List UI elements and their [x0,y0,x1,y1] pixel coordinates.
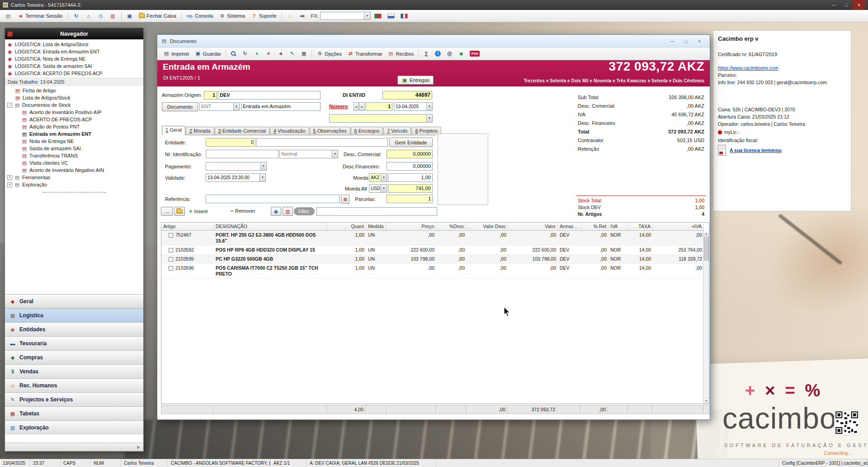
armazem-origem-name-input[interactable]: DEV [218,91,321,100]
more-sections-button[interactable]: » [5,443,143,451]
sidebar-section-vendas[interactable]: $Vendas [5,364,143,378]
consola-button[interactable]: SQLConsola [184,12,215,20]
tab-6[interactable]: 6 Encargos [351,127,383,135]
tree-item[interactable]: ▤Entrada em Armazém ENT [5,130,143,138]
column-header[interactable]: DESIGNAÇÃO [214,223,327,230]
tab-5[interactable]: 5 Observações [310,127,350,135]
monitor-button[interactable]: ▣ [124,12,135,20]
di-ent-id-field[interactable]: 44697 [382,91,432,100]
app-close-button[interactable]: × [853,0,865,10]
column-header[interactable]: % Ret [581,223,609,230]
novo-button[interactable]: + [251,49,262,58]
tipo-documento-select[interactable]: ENT▼ [199,102,240,111]
tree-item[interactable]: +▤Exploração [5,181,143,188]
sidebar-section-rec-humanos[interactable]: ☺Rec. Humanos [5,378,143,392]
scroll-up-icon[interactable]: ▲ [703,231,709,237]
spell-button[interactable]: AB [297,12,308,20]
artigo-image-box[interactable] [438,133,488,205]
tab-3[interactable]: 3 Entidade Comercial [215,127,269,135]
entidade-code-input[interactable]: 0 [206,138,255,147]
filtro-input[interactable] [316,207,437,216]
tree-item[interactable]: ▤Acerto de inventário Negativo AIN [5,167,143,174]
more-button[interactable]: ... [161,207,173,216]
entidade-lookup-button[interactable]: ◉ [271,207,281,216]
table-row[interactable]: 752497PORT. HP 255 G2 E2-3800 4GB HDD500… [161,231,704,246]
tab-7[interactable]: 7 Veículo [383,127,411,135]
sidebar-section-entidades[interactable]: ◉Entidades [5,322,143,336]
app-minimize-button[interactable]: ─ [827,0,840,10]
flag-blue-button[interactable] [385,12,397,20]
licenca-link[interactable]: A sua licença terminou [730,148,847,153]
tree-item[interactable]: +▤Ferramentas [5,174,143,181]
guardar-button[interactable]: ▣Guardar [193,49,223,58]
doc-close-button[interactable]: × [693,35,706,47]
home-button[interactable]: ⌂ [83,12,94,20]
sidebar-section-projectos-e-servi-os[interactable]: ✎Projectos e Serviços [5,392,143,406]
table-row[interactable]: 2103595PC HP G3220 500GB 4GB1,00UN103 79… [161,255,704,264]
imprimir-button[interactable]: ▤Imprimir [161,49,192,58]
tree-item[interactable]: −▤Documentos de Stock [5,101,143,109]
row-checkbox[interactable] [169,266,173,271]
app-maximize-button[interactable]: □ [840,0,853,10]
flag-portugal-button[interactable] [372,12,384,20]
column-header[interactable]: Preço [387,223,436,230]
flag-france-button[interactable] [398,12,410,20]
tree-item[interactable]: ▤Ficha de Artigo [5,87,143,94]
reverter-button[interactable]: ↖ [287,49,297,58]
data-documento-select[interactable]: 13-04-2025▼ [394,102,433,111]
terminar-sessao-button[interactable]: ◄Terminar Sessão [15,12,65,20]
doc-minimize-button[interactable]: ─ [665,35,679,47]
opcoes-button[interactable]: ⚙Opções [314,49,344,58]
pos-button[interactable]: POS [467,49,482,58]
refresh-button[interactable]: ↻ [71,12,82,20]
tipo-documento-nome-input[interactable]: Entrada em Armazém [241,102,321,111]
website-link[interactable]: https://www.cacimboerp.com [718,65,847,71]
table-row[interactable]: 2103592POS HP RP8 4GB HDD320 COM DISPLAY… [161,246,704,255]
documento-button[interactable]: Documento [162,102,198,111]
sidebar-section-logistica[interactable]: ▦Logistica [5,308,143,322]
splitter-handle[interactable] [42,191,106,193]
table-row[interactable]: 2103596POS CARISMA IT7000 C2 T5250 2GB 1… [161,264,704,279]
column-header[interactable]: Artigo [161,223,214,230]
row-checkbox[interactable] [169,233,173,238]
app-titlebar[interactable]: ▤ Carlos Teixeira - 5417167444-2: ─ □ × [0,0,868,10]
importar-button[interactable]: ◄ [275,49,286,58]
sidebar-section-geral[interactable]: ◆Geral [5,294,143,308]
inserir-button[interactable]: +Inserir [189,208,208,214]
moeda-taxa-input[interactable]: 1,00 [388,173,433,182]
referencia-input[interactable] [206,195,340,203]
column-header[interactable]: Medida [366,223,387,230]
navigator-shortcut[interactable]: ◉LOGISTICA: ACERTO DE PREÇOS ACP [5,70,143,77]
navigator-shortcut[interactable]: ◉LOGISTICA: Lista de Artigos/Stock [5,41,143,48]
tab-8[interactable]: 8 Projetos [411,127,441,135]
tree-item[interactable]: ▤Nota de Entrega NE [5,138,143,145]
info-button[interactable]: i [433,49,443,58]
scrollbar-thumb[interactable] [704,237,709,261]
parcelas-input[interactable]: 1 [387,195,433,203]
suporte-button[interactable]: ?Suporte [249,12,279,20]
column-header[interactable]: Valor Desc [467,223,508,230]
navigator-shortcut[interactable]: ◉LOGISTICA: Saída de armazém SAI [5,62,143,70]
column-header[interactable]: IVA [609,223,628,230]
collapse-icon[interactable]: − [7,103,12,108]
navigator-shortcut[interactable]: ◉LOGISTICA: Entrada em Armazém ENT [5,48,143,55]
moeda-alt-select[interactable]: USD▼ [369,184,387,193]
column-header[interactable]: Valor [508,223,558,230]
nr-identificacao-tipo-select[interactable]: Normal▼ [279,150,338,158]
column-header[interactable]: %Desc [436,223,467,230]
column-header[interactable]: Quant [327,223,366,230]
sidebar-section-compras[interactable]: ◆Compras [5,350,143,364]
numero-next-button[interactable]: ► [359,102,365,111]
fechar-caixa-button[interactable]: Fechar Caixa [137,12,179,20]
moeda-select[interactable]: AKZ▼ [369,173,387,182]
pagamento-select[interactable]: ▼ [206,162,267,171]
desc-financeiro-input[interactable]: 0,00000 [387,162,433,171]
atualizar-button[interactable]: ↻ [240,49,250,58]
sidebar-section-explora-o[interactable]: ▥Exploração [5,420,143,434]
row-checkbox[interactable] [169,257,173,262]
stats-button[interactable]: ▥ [108,12,118,20]
tip-button[interactable]: ☼ [285,12,296,20]
document-titlebar[interactable]: ▤ Documento ─ □ × [157,35,710,48]
calculadora-button[interactable]: ▦ [298,49,309,58]
armazem-origem-code-input[interactable]: 1 [204,91,217,100]
